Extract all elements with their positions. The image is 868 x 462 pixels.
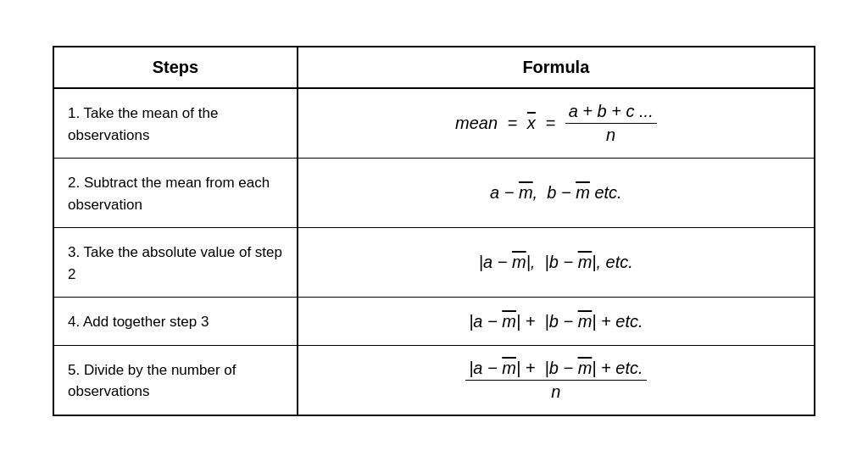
table-row: 2. Subtract the mean from each observati… xyxy=(54,159,814,228)
step-1-formula: mean = x = a + b + c ... n xyxy=(298,88,814,159)
step-1-text: 1. Take the mean of the observations xyxy=(54,88,298,159)
formula-header: Formula xyxy=(298,47,814,88)
step-3-formula: |a − m|, |b − m|, etc. xyxy=(298,228,814,298)
table-row: 4. Add together step 3 |a − m| + |b − m|… xyxy=(54,298,814,346)
step-5-formula: |a − m| + |b − m| + etc. n xyxy=(298,345,814,415)
table-row: 5. Divide by the number of observations … xyxy=(54,345,814,415)
step-3-text: 3. Take the absolute value of step 2 xyxy=(54,228,298,298)
step-2-text: 2. Subtract the mean from each observati… xyxy=(54,159,298,228)
steps-formula-table: Steps Formula 1. Take the mean of the ob… xyxy=(54,47,814,415)
steps-header: Steps xyxy=(54,47,298,88)
table-row: 1. Take the mean of the observations mea… xyxy=(54,88,814,159)
step-5-text: 5. Divide by the number of observations xyxy=(54,345,298,415)
table-row: 3. Take the absolute value of step 2 |a … xyxy=(54,228,814,298)
step-2-formula: a − m, b − m etc. xyxy=(298,159,814,228)
step-4-text: 4. Add together step 3 xyxy=(54,298,298,346)
main-table-container: Steps Formula 1. Take the mean of the ob… xyxy=(53,46,815,416)
step-4-formula: |a − m| + |b − m| + etc. xyxy=(298,298,814,346)
